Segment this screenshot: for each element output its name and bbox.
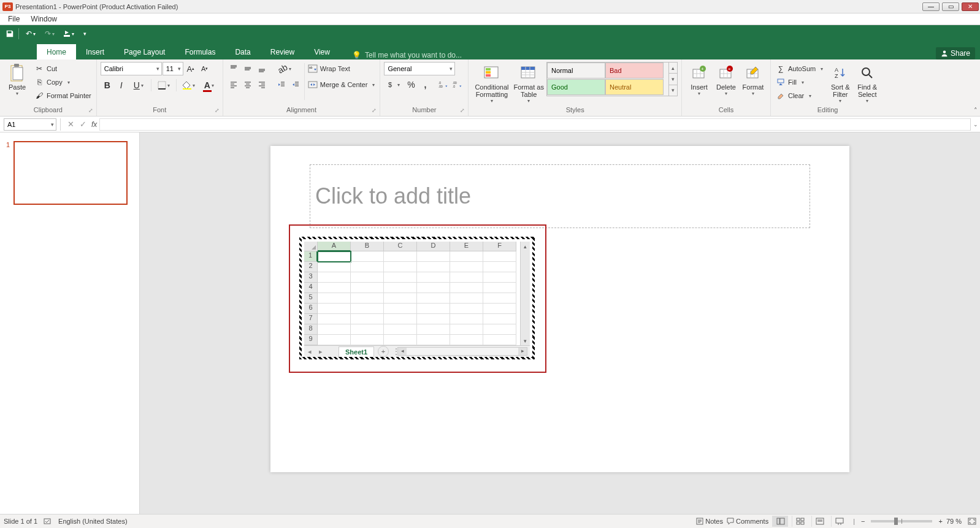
tell-me-search[interactable]: 💡 Tell me what you want to do... — [352, 51, 462, 59]
cell[interactable] — [483, 335, 516, 345]
cancel-formula-button[interactable]: ✕ — [64, 118, 77, 131]
cell[interactable] — [450, 293, 483, 304]
title-placeholder[interactable]: Click to add title — [310, 164, 810, 228]
cell[interactable] — [351, 293, 384, 304]
fit-to-window-button[interactable] — [968, 518, 976, 525]
font-launcher[interactable]: ⤢ — [213, 107, 221, 115]
cell[interactable] — [318, 324, 351, 335]
style-bad[interactable]: Bad — [605, 63, 664, 78]
share-button[interactable]: Share — [936, 47, 975, 59]
zoom-slider[interactable] — [871, 520, 932, 522]
close-button[interactable]: ✕ — [962, 2, 979, 11]
cell[interactable] — [450, 251, 483, 262]
decrease-decimal-button[interactable]: .00.0 — [451, 78, 464, 91]
cell[interactable] — [351, 272, 384, 283]
excel-hscroll[interactable]: ◂▸ — [397, 347, 527, 356]
delete-cells-button[interactable]: × Delete▾ — [713, 62, 740, 106]
increase-font-button[interactable]: A▴ — [184, 62, 197, 75]
row-header-2[interactable]: 2 — [304, 262, 318, 272]
cell[interactable] — [483, 272, 516, 283]
cell[interactable] — [483, 304, 516, 314]
cell[interactable] — [318, 262, 351, 272]
underline-button[interactable]: U▾ — [129, 78, 148, 92]
select-all-corner[interactable] — [304, 242, 318, 251]
menu-window[interactable]: Window — [25, 15, 63, 23]
cell[interactable] — [417, 324, 450, 335]
sheet-nav-next[interactable]: ▸ — [315, 348, 326, 356]
style-normal[interactable]: Normal — [547, 63, 605, 78]
maximize-button[interactable]: ▭ — [942, 2, 959, 11]
cut-button[interactable]: ✂Cut — [33, 62, 93, 75]
cell[interactable] — [351, 324, 384, 335]
cell[interactable] — [384, 272, 417, 283]
col-header-e[interactable]: E — [450, 242, 483, 251]
font-color-button[interactable]: A▾ — [199, 78, 219, 92]
tab-data[interactable]: Data — [225, 44, 260, 59]
conditional-formatting-button[interactable]: Conditional Formatting▾ — [472, 62, 511, 106]
cell[interactable] — [417, 251, 450, 262]
collapse-ribbon-button[interactable]: ˄ — [974, 107, 978, 115]
format-painter-button[interactable]: 🖌Format Painter — [33, 89, 93, 102]
increase-decimal-button[interactable]: .0.00 — [437, 78, 450, 91]
align-middle-button[interactable] — [241, 62, 255, 75]
italic-button[interactable]: I — [115, 78, 128, 92]
cell[interactable] — [318, 272, 351, 283]
cell[interactable] — [384, 251, 417, 262]
col-header-b[interactable]: B — [351, 242, 384, 251]
fill-button[interactable]: Fill▾ — [775, 75, 824, 89]
number-format-combo[interactable]: General▾ — [384, 62, 455, 75]
slide-sorter-view-button[interactable] — [792, 516, 808, 527]
spellcheck-icon[interactable] — [44, 517, 52, 526]
comma-button[interactable]: , — [418, 78, 432, 91]
align-bottom-button[interactable] — [255, 62, 269, 75]
percent-button[interactable]: % — [404, 78, 418, 91]
bold-button[interactable]: B — [101, 78, 114, 92]
normal-view-button[interactable] — [772, 516, 788, 527]
cell[interactable] — [384, 262, 417, 272]
cell[interactable] — [483, 314, 516, 324]
clipboard-launcher[interactable]: ⤢ — [87, 107, 94, 115]
reading-view-button[interactable] — [811, 516, 827, 527]
cell[interactable] — [417, 293, 450, 304]
minimize-button[interactable]: — — [922, 2, 940, 11]
tab-home[interactable]: Home — [37, 44, 76, 59]
cell[interactable] — [483, 293, 516, 304]
row-header-4[interactable]: 4 — [304, 283, 318, 293]
merge-center-button[interactable]: Merge & Center▾ — [307, 78, 377, 91]
clear-button[interactable]: Clear▾ — [775, 89, 824, 102]
autosum-button[interactable]: ∑AutoSum▾ — [775, 62, 824, 75]
cell[interactable] — [351, 314, 384, 324]
cell[interactable] — [318, 293, 351, 304]
row-header-7[interactable]: 7 — [304, 314, 318, 324]
row-header-8[interactable]: 8 — [304, 324, 318, 335]
language-indicator[interactable]: English (United States) — [58, 518, 128, 525]
row-header-5[interactable]: 5 — [304, 293, 318, 304]
excel-grid[interactable]: A B C D E F 1 2 3 4 5 — [304, 242, 520, 345]
slideshow-view-button[interactable] — [831, 516, 847, 527]
slide-canvas[interactable]: Click to add title A B C D E — [270, 146, 849, 472]
cell[interactable] — [384, 314, 417, 324]
style-gallery-scroll[interactable]: ▴▾▾ — [669, 62, 678, 96]
cell[interactable] — [384, 324, 417, 335]
cell[interactable] — [417, 283, 450, 293]
cell[interactable] — [384, 283, 417, 293]
cell[interactable] — [417, 272, 450, 283]
style-neutral[interactable]: Neutral — [605, 79, 664, 95]
notes-button[interactable]: Notes — [696, 518, 723, 525]
save-button[interactable] — [4, 27, 16, 40]
cell[interactable] — [450, 304, 483, 314]
cell[interactable] — [351, 262, 384, 272]
cell-a1[interactable] — [318, 251, 351, 262]
cell[interactable] — [384, 293, 417, 304]
format-as-table-button[interactable]: Format as Table▾ — [511, 62, 546, 106]
cell[interactable] — [450, 272, 483, 283]
insert-cells-button[interactable]: + Insert▾ — [686, 62, 713, 106]
orientation-button[interactable]: ab▾ — [275, 62, 294, 75]
find-select-button[interactable]: Find & Select▾ — [854, 62, 881, 106]
cell[interactable] — [318, 335, 351, 345]
tab-insert[interactable]: Insert — [76, 44, 114, 59]
embedded-excel-object[interactable]: A B C D E F 1 2 3 4 5 — [299, 237, 535, 359]
format-cells-button[interactable]: Format▾ — [740, 62, 767, 106]
tab-view[interactable]: View — [304, 44, 340, 59]
fx-icon[interactable]: fx — [91, 120, 97, 129]
